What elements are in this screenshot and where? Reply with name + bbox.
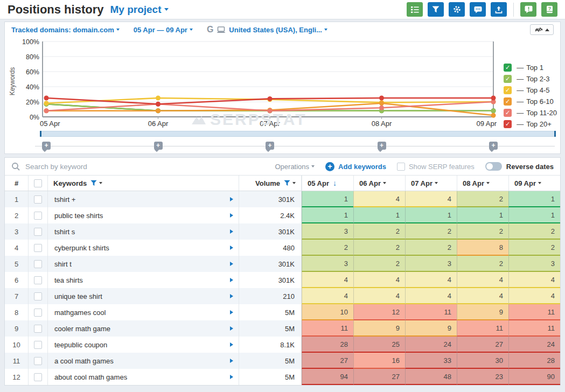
chevron-down-icon[interactable] xyxy=(486,182,490,184)
chevron-down-icon[interactable] xyxy=(435,182,438,184)
region-dropdown[interactable]: United States (USA), Engli... xyxy=(229,26,327,34)
add-keywords-button[interactable]: + Add keywords xyxy=(325,162,386,171)
keyword-cell[interactable]: public tee shirts xyxy=(48,207,239,223)
annotation-marker[interactable]: + xyxy=(489,142,498,150)
data-point[interactable] xyxy=(379,101,384,106)
comments-button[interactable] xyxy=(470,2,486,17)
keyword-cell[interactable]: tshirt + xyxy=(48,191,239,207)
project-selector[interactable]: My project xyxy=(110,4,168,16)
data-point[interactable] xyxy=(156,102,161,107)
row-checkbox[interactable] xyxy=(34,373,42,381)
data-point[interactable] xyxy=(156,96,161,101)
search-input[interactable] xyxy=(25,163,275,171)
row-checkbox[interactable] xyxy=(34,244,42,252)
filter-icon[interactable] xyxy=(90,180,97,186)
filter-icon[interactable] xyxy=(284,180,290,186)
expand-keyword-icon[interactable] xyxy=(230,342,233,347)
show-serp-features-checkbox[interactable]: Show SERP features xyxy=(397,163,475,171)
tracked-domains-dropdown[interactable]: Tracked domains: domain.com xyxy=(11,26,120,34)
legend-checkbox-icon[interactable]: ✓ xyxy=(504,97,512,106)
chart-collapse-button[interactable] xyxy=(530,24,554,35)
header-keywords[interactable]: Keywords xyxy=(48,176,239,191)
annotation-marker[interactable]: + xyxy=(266,142,274,150)
data-point[interactable] xyxy=(44,101,49,106)
data-point[interactable] xyxy=(268,96,273,101)
row-checkbox[interactable] xyxy=(34,357,42,365)
row-checkbox[interactable] xyxy=(34,276,42,284)
row-checkbox[interactable] xyxy=(34,292,42,300)
keyword-cell[interactable]: about cool math games xyxy=(48,369,239,385)
header-date-08-apr[interactable]: 08 Apr xyxy=(457,176,508,191)
header-date-05-apr[interactable]: 05 Apr↓ xyxy=(302,176,353,191)
date-range-dropdown[interactable]: 05 Apr — 09 Apr xyxy=(134,26,193,34)
header-select-all[interactable] xyxy=(29,176,48,191)
legend-checkbox-icon[interactable]: ✓ xyxy=(504,120,512,128)
keyword-cell[interactable]: tshirt s xyxy=(48,223,239,240)
expand-keyword-icon[interactable] xyxy=(230,278,233,282)
data-point[interactable] xyxy=(379,106,384,110)
operations-dropdown[interactable]: Operations xyxy=(275,163,315,171)
row-checkbox[interactable] xyxy=(34,260,42,268)
filter-button[interactable] xyxy=(428,2,444,17)
row-checkbox[interactable] xyxy=(34,309,42,317)
keyword-cell[interactable]: teepublic coupon xyxy=(48,337,239,353)
keyword-cell[interactable]: shirt t xyxy=(48,256,239,272)
legend-item-top-1[interactable]: ✓—Top 1 xyxy=(504,62,557,73)
expand-keyword-icon[interactable] xyxy=(230,310,233,314)
keyword-cell[interactable]: cooler math game xyxy=(48,320,239,337)
row-checkbox[interactable] xyxy=(34,195,42,204)
expand-keyword-icon[interactable] xyxy=(230,246,233,250)
legend-item-top-20-[interactable]: ✓—Top 20+ xyxy=(504,118,557,130)
chart-range-slider[interactable] xyxy=(40,131,556,137)
header-date-07-apr[interactable]: 07 Apr xyxy=(405,176,457,191)
expand-keyword-icon[interactable] xyxy=(230,294,233,298)
expand-keyword-icon[interactable] xyxy=(230,375,233,379)
toggle-track[interactable] xyxy=(485,162,502,171)
chevron-down-icon[interactable] xyxy=(383,182,386,184)
annotation-marker[interactable]: + xyxy=(378,142,386,150)
expand-keyword-icon[interactable] xyxy=(230,213,233,218)
keyword-cell[interactable]: a cool math games xyxy=(48,353,239,369)
annotation-marker[interactable]: + xyxy=(42,142,51,150)
help-button[interactable]: ? xyxy=(541,2,557,17)
checkbox-icon[interactable] xyxy=(397,163,405,171)
header-date-09-apr[interactable]: 09 Apr xyxy=(508,176,560,191)
legend-item-top-4-5[interactable]: ✓—Top 4-5 xyxy=(504,85,557,96)
data-point[interactable] xyxy=(379,96,384,101)
expand-keyword-icon[interactable] xyxy=(230,197,233,201)
export-button[interactable] xyxy=(491,2,507,17)
data-point[interactable] xyxy=(491,113,496,118)
sort-desc-icon[interactable]: ↓ xyxy=(333,179,337,187)
chevron-down-icon[interactable] xyxy=(538,182,541,184)
legend-checkbox-icon[interactable]: ✓ xyxy=(504,64,512,72)
expand-keyword-icon[interactable] xyxy=(230,326,233,331)
feedback-button[interactable] xyxy=(520,2,536,17)
positions-line-chart[interactable]: 0%20%40%60%80%100%05 Apr06 Apr07 Apr08 A… xyxy=(9,37,502,130)
chevron-down-icon[interactable] xyxy=(292,182,296,184)
data-point[interactable] xyxy=(491,96,496,101)
data-point[interactable] xyxy=(156,108,161,113)
legend-checkbox-icon[interactable]: ✓ xyxy=(504,86,512,94)
slider-handle-left[interactable] xyxy=(40,131,41,137)
legend-checkbox-icon[interactable]: ✓ xyxy=(504,75,512,83)
reverse-dates-toggle[interactable]: Reverse dates xyxy=(485,162,554,171)
legend-item-top-6-10[interactable]: ✓—Top 6-10 xyxy=(504,96,557,107)
data-point[interactable] xyxy=(491,108,496,113)
expand-keyword-icon[interactable] xyxy=(230,229,233,234)
settings-button[interactable] xyxy=(449,2,465,17)
columns-list-button[interactable] xyxy=(407,2,423,17)
checkbox-icon[interactable] xyxy=(34,179,42,187)
data-point[interactable] xyxy=(44,96,49,101)
chevron-down-icon[interactable] xyxy=(99,182,102,184)
keyword-cell[interactable]: cyberpunk t shirts xyxy=(48,240,239,256)
row-checkbox[interactable] xyxy=(34,212,42,220)
expand-keyword-icon[interactable] xyxy=(230,359,233,363)
keyword-cell[interactable]: unique tee shirt xyxy=(48,288,239,304)
row-checkbox[interactable] xyxy=(34,341,42,349)
legend-checkbox-icon[interactable]: ✓ xyxy=(504,109,512,117)
legend-item-top-11-20[interactable]: ✓—Top 11-20 xyxy=(504,107,557,118)
header-volume[interactable]: Volume xyxy=(239,176,302,191)
legend-item-top-2-3[interactable]: ✓—Top 2-3 xyxy=(504,73,557,85)
keyword-cell[interactable]: mathgames cool xyxy=(48,304,239,320)
row-checkbox[interactable] xyxy=(34,325,42,333)
